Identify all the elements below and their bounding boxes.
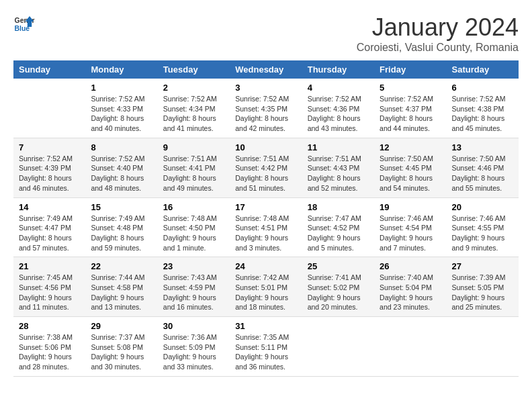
- day-number: 28: [19, 321, 80, 331]
- logo-icon: General Blue: [13, 13, 35, 35]
- day-number: 26: [380, 261, 441, 271]
- day-number: 3: [235, 83, 296, 93]
- week-row-5: 28Sunrise: 7:38 AMSunset: 5:06 PMDayligh…: [13, 317, 519, 377]
- day-number: 20: [452, 202, 513, 212]
- week-row-2: 7Sunrise: 7:52 AMSunset: 4:39 PMDaylight…: [13, 138, 519, 197]
- week-row-4: 21Sunrise: 7:45 AMSunset: 4:56 PMDayligh…: [13, 257, 519, 317]
- calendar-cell: 15Sunrise: 7:49 AMSunset: 4:48 PMDayligh…: [85, 197, 157, 257]
- day-info: Sunrise: 7:52 AMSunset: 4:38 PMDaylight:…: [452, 94, 513, 134]
- day-info: Sunrise: 7:46 AMSunset: 4:55 PMDaylight:…: [452, 214, 513, 253]
- day-info: Sunrise: 7:42 AMSunset: 5:01 PMDaylight:…: [235, 273, 296, 312]
- day-number: 9: [163, 142, 224, 152]
- day-header-monday: Monday: [85, 60, 157, 79]
- calendar-cell: 16Sunrise: 7:48 AMSunset: 4:50 PMDayligh…: [158, 197, 230, 257]
- week-row-1: 1Sunrise: 7:52 AMSunset: 4:33 PMDaylight…: [13, 79, 519, 138]
- day-number: 25: [308, 261, 369, 271]
- day-info: Sunrise: 7:35 AMSunset: 5:11 PMDaylight:…: [235, 332, 296, 372]
- calendar-cell: 29Sunrise: 7:37 AMSunset: 5:08 PMDayligh…: [85, 317, 157, 377]
- day-info: Sunrise: 7:47 AMSunset: 4:52 PMDaylight:…: [308, 214, 369, 253]
- day-info: Sunrise: 7:41 AMSunset: 5:02 PMDaylight:…: [308, 273, 369, 312]
- calendar-cell: 5Sunrise: 7:52 AMSunset: 4:37 PMDaylight…: [374, 79, 446, 138]
- calendar-table: SundayMondayTuesdayWednesdayThursdayFrid…: [13, 60, 519, 377]
- calendar-cell: [13, 79, 85, 138]
- day-info: Sunrise: 7:50 AMSunset: 4:46 PMDaylight:…: [452, 154, 513, 193]
- calendar-cell: 19Sunrise: 7:46 AMSunset: 4:54 PMDayligh…: [374, 197, 446, 257]
- day-number: 17: [235, 202, 296, 212]
- month-title: January 2024: [357, 13, 519, 42]
- day-header-tuesday: Tuesday: [158, 60, 230, 79]
- day-info: Sunrise: 7:36 AMSunset: 5:09 PMDaylight:…: [163, 332, 224, 372]
- calendar-cell: 8Sunrise: 7:52 AMSunset: 4:40 PMDaylight…: [85, 138, 157, 197]
- calendar-cell: 9Sunrise: 7:51 AMSunset: 4:41 PMDaylight…: [158, 138, 230, 197]
- day-number: 5: [380, 83, 441, 93]
- day-info: Sunrise: 7:50 AMSunset: 4:45 PMDaylight:…: [380, 154, 441, 193]
- day-number: 21: [19, 261, 80, 271]
- day-info: Sunrise: 7:51 AMSunset: 4:43 PMDaylight:…: [308, 154, 369, 193]
- header: General Blue January 2024 Coroiesti, Vas…: [13, 13, 519, 54]
- day-number: 1: [91, 83, 152, 93]
- day-info: Sunrise: 7:52 AMSunset: 4:37 PMDaylight:…: [380, 94, 441, 134]
- day-info: Sunrise: 7:49 AMSunset: 4:48 PMDaylight:…: [91, 214, 152, 253]
- title-area: January 2024 Coroiesti, Vaslui County, R…: [357, 13, 519, 54]
- week-row-3: 14Sunrise: 7:49 AMSunset: 4:47 PMDayligh…: [13, 197, 519, 257]
- day-info: Sunrise: 7:46 AMSunset: 4:54 PMDaylight:…: [380, 214, 441, 253]
- calendar-cell: 6Sunrise: 7:52 AMSunset: 4:38 PMDaylight…: [447, 79, 519, 138]
- day-info: Sunrise: 7:48 AMSunset: 4:50 PMDaylight:…: [163, 214, 224, 253]
- day-info: Sunrise: 7:40 AMSunset: 5:04 PMDaylight:…: [380, 273, 441, 312]
- calendar-cell: 13Sunrise: 7:50 AMSunset: 4:46 PMDayligh…: [447, 138, 519, 197]
- day-number: 2: [163, 83, 224, 93]
- day-info: Sunrise: 7:37 AMSunset: 5:08 PMDaylight:…: [91, 332, 152, 372]
- calendar-cell: 30Sunrise: 7:36 AMSunset: 5:09 PMDayligh…: [158, 317, 230, 377]
- day-number: 29: [91, 321, 152, 331]
- day-header-thursday: Thursday: [302, 60, 374, 79]
- day-info: Sunrise: 7:38 AMSunset: 5:06 PMDaylight:…: [19, 332, 80, 372]
- day-number: 22: [91, 261, 152, 271]
- calendar-cell: 18Sunrise: 7:47 AMSunset: 4:52 PMDayligh…: [302, 197, 374, 257]
- calendar-cell: 22Sunrise: 7:44 AMSunset: 4:58 PMDayligh…: [85, 257, 157, 317]
- calendar-cell: 11Sunrise: 7:51 AMSunset: 4:43 PMDayligh…: [302, 138, 374, 197]
- day-info: Sunrise: 7:51 AMSunset: 4:41 PMDaylight:…: [163, 154, 224, 193]
- day-info: Sunrise: 7:39 AMSunset: 5:05 PMDaylight:…: [452, 273, 513, 312]
- day-number: 7: [19, 142, 80, 152]
- calendar-cell: 4Sunrise: 7:52 AMSunset: 4:36 PMDaylight…: [302, 79, 374, 138]
- calendar-cell: 27Sunrise: 7:39 AMSunset: 5:05 PMDayligh…: [447, 257, 519, 317]
- day-info: Sunrise: 7:52 AMSunset: 4:34 PMDaylight:…: [163, 94, 224, 134]
- day-number: 6: [452, 83, 513, 93]
- calendar-cell: 14Sunrise: 7:49 AMSunset: 4:47 PMDayligh…: [13, 197, 85, 257]
- calendar-cell: 23Sunrise: 7:43 AMSunset: 4:59 PMDayligh…: [158, 257, 230, 317]
- logo: General Blue: [13, 13, 35, 35]
- day-number: 4: [308, 83, 369, 93]
- day-number: 18: [308, 202, 369, 212]
- day-info: Sunrise: 7:52 AMSunset: 4:39 PMDaylight:…: [19, 154, 80, 193]
- calendar-cell: 17Sunrise: 7:48 AMSunset: 4:51 PMDayligh…: [230, 197, 302, 257]
- calendar-cell: 28Sunrise: 7:38 AMSunset: 5:06 PMDayligh…: [13, 317, 85, 377]
- day-info: Sunrise: 7:52 AMSunset: 4:36 PMDaylight:…: [308, 94, 369, 134]
- day-header-saturday: Saturday: [447, 60, 519, 79]
- calendar-cell: 26Sunrise: 7:40 AMSunset: 5:04 PMDayligh…: [374, 257, 446, 317]
- day-number: 15: [91, 202, 152, 212]
- day-number: 31: [235, 321, 296, 331]
- day-number: 16: [163, 202, 224, 212]
- calendar-cell: 12Sunrise: 7:50 AMSunset: 4:45 PMDayligh…: [374, 138, 446, 197]
- day-info: Sunrise: 7:49 AMSunset: 4:47 PMDaylight:…: [19, 214, 80, 253]
- day-info: Sunrise: 7:52 AMSunset: 4:35 PMDaylight:…: [235, 94, 296, 134]
- day-info: Sunrise: 7:48 AMSunset: 4:51 PMDaylight:…: [235, 214, 296, 253]
- day-number: 10: [235, 142, 296, 152]
- calendar-cell: 10Sunrise: 7:51 AMSunset: 4:42 PMDayligh…: [230, 138, 302, 197]
- day-info: Sunrise: 7:51 AMSunset: 4:42 PMDaylight:…: [235, 154, 296, 193]
- calendar-cell: 25Sunrise: 7:41 AMSunset: 5:02 PMDayligh…: [302, 257, 374, 317]
- day-number: 11: [308, 142, 369, 152]
- day-number: 14: [19, 202, 80, 212]
- calendar-cell: 3Sunrise: 7:52 AMSunset: 4:35 PMDaylight…: [230, 79, 302, 138]
- calendar-cell: 2Sunrise: 7:52 AMSunset: 4:34 PMDaylight…: [158, 79, 230, 138]
- calendar-cell: 20Sunrise: 7:46 AMSunset: 4:55 PMDayligh…: [447, 197, 519, 257]
- day-header-wednesday: Wednesday: [230, 60, 302, 79]
- day-info: Sunrise: 7:43 AMSunset: 4:59 PMDaylight:…: [163, 273, 224, 312]
- day-info: Sunrise: 7:52 AMSunset: 4:40 PMDaylight:…: [91, 154, 152, 193]
- calendar-cell: 1Sunrise: 7:52 AMSunset: 4:33 PMDaylight…: [85, 79, 157, 138]
- day-header-sunday: Sunday: [13, 60, 85, 79]
- calendar-cell: [447, 317, 519, 377]
- day-number: 8: [91, 142, 152, 152]
- calendar-cell: [374, 317, 446, 377]
- calendar-cell: 7Sunrise: 7:52 AMSunset: 4:39 PMDaylight…: [13, 138, 85, 197]
